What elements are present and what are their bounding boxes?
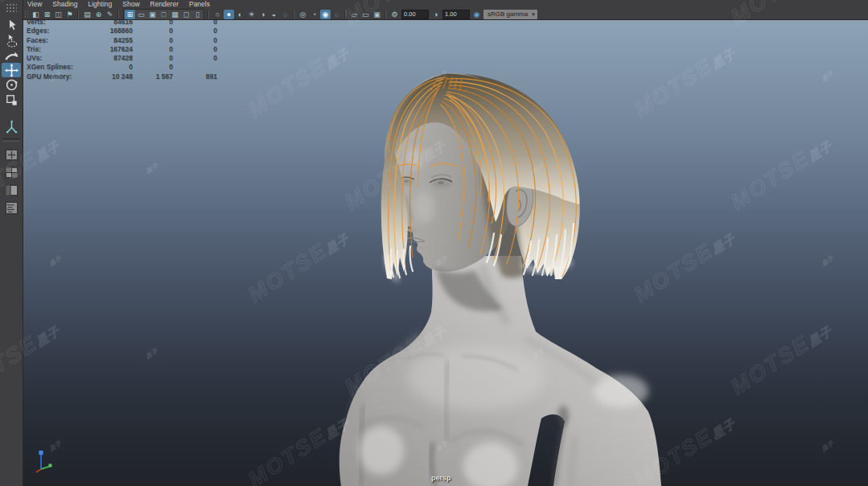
toolbox-grip[interactable] [6, 3, 17, 13]
toolbar-separator [118, 10, 119, 19]
toolbox-divider [2, 138, 20, 142]
bookmarks-icon[interactable]: ⚑ [64, 10, 75, 19]
multisample-aa-icon[interactable]: ◎ [298, 10, 308, 19]
safe-title-icon[interactable]: ▯ [192, 10, 203, 19]
panel-menu-bar: ViewShadingLightingShowRendererPanels [23, 0, 868, 9]
pan-zoom-icon[interactable]: ⊕ [93, 10, 104, 19]
film-gate-icon[interactable]: ▭ [136, 10, 146, 19]
camera-label: persp [431, 474, 451, 482]
paint-select-tool[interactable] [2, 48, 21, 63]
tool-box [0, 0, 23, 486]
shaded-icon[interactable]: ● [224, 10, 234, 19]
isolate-select-icon[interactable]: ◉ [320, 10, 331, 19]
toolbar-separator [385, 10, 386, 19]
camera-group: ◧⊠◫⚑ [31, 10, 75, 19]
scale-tool[interactable] [2, 93, 21, 107]
image-group: ▤⊕✎ [82, 10, 115, 19]
hud-row: UVs:8742800 [27, 54, 217, 63]
gamma-field[interactable]: 1.00 [442, 10, 470, 19]
menu-show[interactable]: Show [122, 0, 139, 9]
image-plane-icon[interactable]: ▤ [82, 10, 93, 19]
select-tool[interactable] [2, 19, 21, 33]
panel-top-strip: ViewShadingLightingShowRendererPanels ◧⊠… [23, 0, 868, 20]
rotate-tool[interactable] [2, 78, 21, 93]
use-all-lights-icon[interactable]: ☀ [246, 10, 257, 19]
axis-y-cap [39, 451, 43, 455]
ambient-occlusion-icon[interactable]: ◒ [269, 10, 279, 19]
perspective-viewport[interactable]: Verts:8461600Edges:16886000Faces:8425500… [23, 19, 868, 486]
exposure-field[interactable]: 0.00 [401, 10, 429, 19]
toolbar-separator [345, 10, 346, 19]
grid-icon[interactable]: ⊞ [125, 10, 135, 19]
menu-renderer[interactable]: Renderer [150, 0, 179, 9]
color-management-icon[interactable]: ◉ [471, 10, 482, 19]
hud-row: Faces:8425500 [27, 36, 217, 45]
single-pane-layout[interactable] [2, 146, 21, 163]
effects-group: ◎◔◉◌ [298, 10, 342, 19]
depth-of-field-icon[interactable]: ◔ [309, 10, 319, 19]
last-tool-axis[interactable] [2, 119, 21, 134]
axis-gizmo [28, 448, 52, 476]
shading-group: ○●◐☀◑◒◌ [212, 10, 290, 19]
four-pane-layout[interactable] [2, 164, 21, 181]
two-pane-layout[interactable] [2, 182, 21, 199]
outliner-persp-layout[interactable] [2, 200, 21, 216]
render-view-icon[interactable]: ▣ [372, 10, 382, 19]
toolbar-separator [208, 10, 209, 19]
view-transform-value: sRGB gamma [487, 10, 528, 18]
snapshot-icon[interactable]: ▱ [349, 10, 360, 19]
gate-mask-icon[interactable]: □ [158, 10, 169, 19]
wireframe-icon[interactable]: ○ [212, 10, 223, 19]
lock-camera-icon[interactable]: ⊠ [42, 10, 52, 19]
gamma-icon[interactable]: ◑ [430, 10, 441, 19]
toolbar-grip[interactable] [24, 10, 28, 19]
motion-blur-icon[interactable]: ◌ [280, 10, 290, 19]
resolution-gate-icon[interactable]: ▣ [147, 10, 158, 19]
toolbar-separator [78, 10, 79, 19]
toolbar-separator [294, 10, 294, 19]
grease-pencil-icon[interactable]: ✎ [105, 10, 115, 19]
menu-view[interactable]: View [27, 0, 42, 9]
lasso-select-tool[interactable] [2, 33, 21, 47]
menu-lighting[interactable]: Lighting [88, 0, 112, 9]
menu-panels[interactable]: Panels [189, 0, 210, 9]
axis-x-cap [49, 464, 52, 467]
panel-toolbar: ◧⊠◫⚑▤⊕✎⊞▭▣□▦◻▯○●◐☀◑◒◌◎◔◉◌▱▭▣ ⚙ 0.00 ◑ 1.… [23, 9, 868, 19]
capture-group: ▱▭▣ [349, 10, 382, 19]
field-chart-icon[interactable]: ▦ [170, 10, 180, 19]
move-tool[interactable] [2, 63, 21, 77]
menu-shading[interactable]: Shading [52, 0, 77, 9]
xray-icon[interactable]: ◌ [331, 10, 342, 19]
hud-row: XGen Splines:00 [27, 63, 217, 72]
select-camera-icon[interactable]: ◧ [31, 10, 41, 19]
shadows-icon[interactable]: ◑ [257, 10, 268, 19]
view-transform-dropdown[interactable]: sRGB gamma ▾ [483, 10, 537, 19]
safe-action-icon[interactable]: ◻ [181, 10, 191, 19]
hud-row: Edges:16886000 [27, 27, 217, 35]
exposure-icon[interactable]: ⚙ [389, 10, 400, 19]
sequence-capture-icon[interactable]: ▭ [360, 10, 371, 19]
textured-icon[interactable]: ◐ [235, 10, 245, 19]
camera-attributes-icon[interactable]: ◫ [53, 10, 64, 19]
character-model[interactable] [23, 19, 868, 486]
heads-up-display: Verts:8461600Edges:16886000Faces:8425500… [27, 19, 217, 81]
gate-group: ⊞▭▣□▦◻▯ [123, 9, 204, 20]
chevron-down-icon: ▾ [532, 11, 535, 18]
hud-row: Verts:8461600 [27, 19, 217, 27]
hud-row: GPU Memory:10 2481 567891 [27, 72, 217, 81]
hud-row: Tris:16762400 [27, 45, 217, 54]
